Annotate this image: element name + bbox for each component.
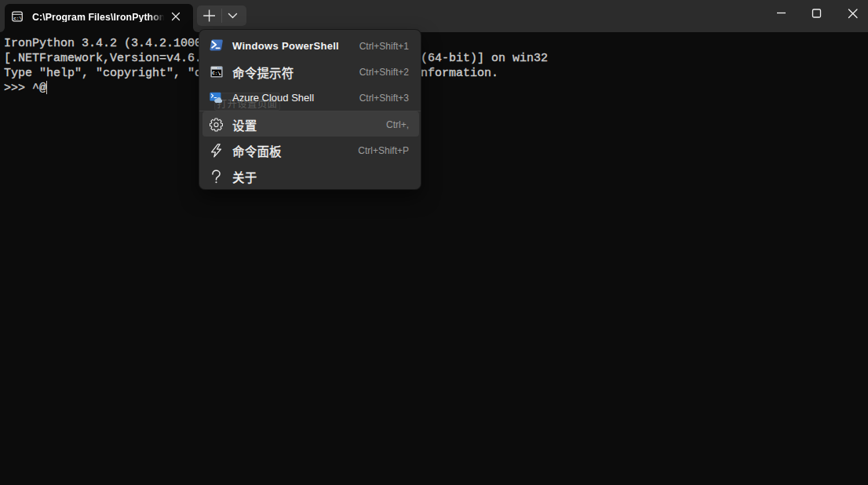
svg-text:C:\: C:\ [212,71,221,76]
svg-text:c:\: c:\ [13,16,22,21]
